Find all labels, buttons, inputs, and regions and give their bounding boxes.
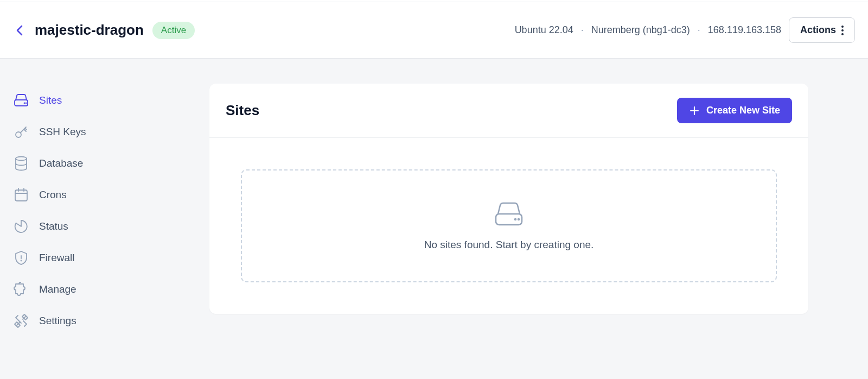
puzzle-icon <box>13 281 29 298</box>
sidebar-item-label: Status <box>39 220 68 232</box>
sidebar-item-firewall[interactable]: Firewall <box>13 242 209 274</box>
svg-point-15 <box>518 219 519 220</box>
header-right: Ubuntu 22.04 · Nuremberg (nbg1-dc3) · 16… <box>515 17 855 43</box>
sidebar-item-label: Settings <box>39 315 76 327</box>
separator: · <box>698 24 700 36</box>
sidebar-item-label: Manage <box>39 283 76 295</box>
sites-card: Sites Create New Site <box>209 84 808 314</box>
header-left: majestic-dragon Active <box>13 22 195 39</box>
sidebar: Sites SSH Keys Database Crons Status <box>0 59 209 379</box>
card-header: Sites Create New Site <box>209 84 808 138</box>
sidebar-item-label: Sites <box>39 94 62 106</box>
server-name: majestic-dragon <box>35 22 144 39</box>
sidebar-item-manage[interactable]: Manage <box>13 274 209 305</box>
calendar-icon <box>13 187 29 203</box>
back-button[interactable] <box>13 24 26 37</box>
sidebar-item-label: Database <box>39 157 83 169</box>
sidebar-item-database[interactable]: Database <box>13 148 209 179</box>
svg-point-4 <box>16 157 27 161</box>
separator: · <box>581 24 584 36</box>
more-vertical-icon <box>841 26 844 35</box>
key-icon <box>13 124 29 140</box>
sidebar-item-label: Firewall <box>39 252 74 264</box>
database-icon <box>13 155 29 172</box>
shield-icon <box>13 250 29 266</box>
status-badge: Active <box>152 22 195 39</box>
page-header: majestic-dragon Active Ubuntu 22.04 · Nu… <box>0 2 868 59</box>
card-body: No sites found. Start by creating one. <box>209 138 808 314</box>
create-new-site-button[interactable]: Create New Site <box>677 98 792 123</box>
empty-state: No sites found. Start by creating one. <box>241 169 777 282</box>
empty-state-message: No sites found. Start by creating one. <box>424 239 594 251</box>
server-ip: 168.119.163.158 <box>708 24 781 36</box>
svg-point-10 <box>21 261 22 261</box>
chevron-left-icon <box>16 25 23 36</box>
sidebar-item-status[interactable]: Status <box>13 211 209 242</box>
wrench-icon <box>13 313 29 329</box>
card-title: Sites <box>226 102 259 119</box>
actions-button[interactable]: Actions <box>789 17 855 43</box>
svg-point-2 <box>26 103 27 104</box>
server-os: Ubuntu 22.04 <box>515 24 573 36</box>
create-button-label: Create New Site <box>706 105 780 116</box>
server-location: Nuremberg (nbg1-dc3) <box>591 24 690 36</box>
main-content: Sites Create New Site <box>209 59 868 379</box>
svg-rect-5 <box>15 190 27 201</box>
server-illustration-icon <box>494 201 524 229</box>
server-icon <box>13 92 29 109</box>
sidebar-item-label: SSH Keys <box>39 126 86 138</box>
actions-button-label: Actions <box>800 24 836 36</box>
sidebar-item-settings[interactable]: Settings <box>13 305 209 337</box>
svg-point-1 <box>24 103 25 104</box>
chart-icon <box>13 218 29 235</box>
svg-point-14 <box>515 219 516 220</box>
sidebar-item-sites[interactable]: Sites <box>13 85 209 116</box>
sidebar-item-crons[interactable]: Crons <box>13 179 209 211</box>
plus-icon <box>689 105 700 116</box>
sidebar-item-ssh-keys[interactable]: SSH Keys <box>13 116 209 148</box>
sidebar-item-label: Crons <box>39 189 67 201</box>
